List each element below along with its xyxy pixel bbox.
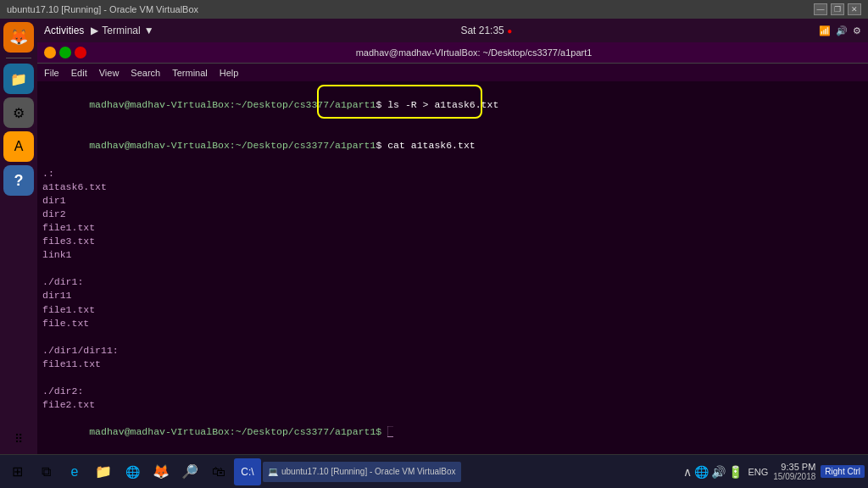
datetime-text: Sat 21:35 xyxy=(460,25,504,36)
tray-up-arrow[interactable]: ∧ xyxy=(683,465,692,479)
terminal-window: madhav@madhav-VIrtualBox: ~/Desktop/cs33… xyxy=(37,42,868,454)
output-file3: file3.txt xyxy=(42,235,863,248)
prompt-2: madhav@madhav-VIrtualBox:~/Desktop/cs337… xyxy=(89,140,376,151)
taskbar-store[interactable]: 🛍 xyxy=(205,458,232,485)
language-indicator[interactable]: ENG xyxy=(748,467,768,477)
taskbar-cmd[interactable]: C:\ xyxy=(234,458,261,485)
topbar-left: Activities ▶ Terminal ▼ xyxy=(44,25,154,36)
taskbar-right-area: ∧ 🌐 🔊 🔋 ENG 9:35 PM 15/09/2018 Right Ctr… xyxy=(683,462,865,481)
taskbar-explorer[interactable]: 📁 xyxy=(90,458,117,485)
power-icon: ⚙ xyxy=(853,25,861,36)
topbar-right-area: 📶 🔊 ⚙ xyxy=(819,25,861,36)
cursor: █ xyxy=(387,426,393,437)
taskbar-start-button[interactable]: ⊞ xyxy=(3,458,31,485)
vm-restore-button[interactable]: ❐ xyxy=(831,3,844,15)
unity-launcher: 🦊 📁 ⚙ A ? ⠿ xyxy=(0,19,37,454)
vm-minimize-button[interactable]: — xyxy=(814,3,827,15)
output-dir1dir11-header: ./dir1/dir11: xyxy=(42,344,863,358)
terminal-final-prompt: madhav@madhav-VIrtualBox:~/Desktop/cs337… xyxy=(42,412,863,452)
menu-file[interactable]: File xyxy=(44,68,59,78)
terminal-minimize-button[interactable] xyxy=(44,47,56,58)
taskbar-task-view[interactable]: ⧉ xyxy=(32,458,59,485)
output-blank3 xyxy=(42,371,863,385)
terminal-title: madhav@madhav-VIrtualBox: ~/Desktop/cs33… xyxy=(86,47,861,58)
output-dir11: dir11 xyxy=(42,289,863,302)
tray-volume-icon[interactable]: 🔊 xyxy=(711,465,726,479)
clock-area[interactable]: 9:35 PM 15/09/2018 xyxy=(773,462,815,481)
terminal-line-1: madhav@madhav-VIrtualBox:~/Desktop/cs337… xyxy=(42,85,863,125)
system-tray: ∧ 🌐 🔊 🔋 xyxy=(683,465,743,479)
activities-button[interactable]: Activities xyxy=(44,25,84,36)
output-link1: link1 xyxy=(42,248,863,262)
launcher-files[interactable]: 📁 xyxy=(3,64,34,94)
vm-titlebar: ubuntu17.10 [Running] - Oracle VM Virtua… xyxy=(0,0,868,19)
output-dir1-file: file.txt xyxy=(42,317,863,330)
output-dir1: dir1 xyxy=(42,194,863,208)
vm-taskbar-label: ubuntu17.10 [Running] - Oracle VM Virtua… xyxy=(281,467,456,476)
terminal-close-button[interactable] xyxy=(75,47,86,58)
notification-button[interactable]: Right Ctrl xyxy=(821,465,865,478)
output-file1: file1.txt xyxy=(42,221,863,235)
launcher-system[interactable]: ⚙ xyxy=(3,97,34,128)
windows-taskbar: ⊞ ⧉ e 📁 🌐 🦊 🔎 🛍 C:\ 💻 ubuntu17.10 [Runni… xyxy=(0,454,868,488)
volume-icon: 🔊 xyxy=(836,25,848,36)
output-dir1-file1: file1.txt xyxy=(42,303,863,317)
tray-network-icon[interactable]: 🌐 xyxy=(694,465,709,479)
launcher-apps-grid[interactable]: ⠿ xyxy=(3,424,34,454)
network-icon: 📶 xyxy=(819,25,831,36)
launcher-amazon[interactable]: A xyxy=(3,131,34,162)
cmd-2: $ cat a1task6.txt xyxy=(376,140,475,151)
topbar-terminal-label: ▶ Terminal ▼ xyxy=(91,25,153,36)
output-blank2 xyxy=(42,330,863,344)
menu-search[interactable]: Search xyxy=(131,68,160,78)
output-blank1 xyxy=(42,262,863,275)
terminal-text: Terminal xyxy=(102,25,140,36)
vm-taskbar-icon: 💻 xyxy=(268,467,278,476)
vm-window-controls: — ❐ ✕ xyxy=(814,3,861,15)
launcher-divider xyxy=(6,58,31,58)
vm-close-button[interactable]: ✕ xyxy=(848,3,861,15)
datetime-dot: ● xyxy=(507,26,512,36)
taskbar-edge[interactable]: e xyxy=(61,458,88,485)
taskbar-left-area: ⊞ ⧉ e 📁 🌐 🦊 🔎 🛍 C:\ 💻 ubuntu17.10 [Runni… xyxy=(3,458,461,485)
ubuntu-topbar: Activities ▶ Terminal ▼ Sat 21:35 ● 📶 🔊 … xyxy=(37,19,868,42)
terminal-wm-buttons xyxy=(44,47,86,58)
terminal-maximize-button[interactable] xyxy=(59,47,71,58)
clock-time: 9:35 PM xyxy=(773,462,815,472)
output-dir2: dir2 xyxy=(42,208,863,221)
output-dir1-header: ./dir1: xyxy=(42,275,863,289)
terminal-line-2: madhav@madhav-VIrtualBox:~/Desktop/cs337… xyxy=(42,125,863,166)
terminal-titlebar: madhav@madhav-VIrtualBox: ~/Desktop/cs33… xyxy=(37,42,868,63)
output-file11: file11.txt xyxy=(42,358,863,371)
terminal-dropdown-arrow[interactable]: ▼ xyxy=(144,25,154,36)
menu-terminal[interactable]: Terminal xyxy=(172,68,208,78)
taskbar-firefox-win[interactable]: 🦊 xyxy=(147,458,175,485)
terminal-menubar: File Edit View Search Terminal Help xyxy=(37,63,868,81)
menu-help[interactable]: Help xyxy=(220,68,239,78)
menu-edit[interactable]: Edit xyxy=(71,68,87,78)
cmd-1: $ ls -R > a1task6.txt xyxy=(376,99,498,110)
clock-date: 15/09/2018 xyxy=(773,472,815,481)
ubuntu-desktop: 🦊 📁 ⚙ A ? ⠿ Activities ▶ Terminal ▼ Sat … xyxy=(0,19,868,454)
vm-title: ubuntu17.10 [Running] - Oracle VM Virtua… xyxy=(7,4,198,14)
taskbar-vm-item[interactable]: 💻 ubuntu17.10 [Running] - Oracle VM Virt… xyxy=(263,462,461,482)
taskbar-chrome[interactable]: 🌐 xyxy=(119,458,146,485)
launcher-firefox[interactable]: 🦊 xyxy=(3,22,34,53)
output-dotcolon: .: xyxy=(42,167,863,180)
output-dir2-file2: file2.txt xyxy=(42,398,863,412)
terminal-content-area[interactable]: madhav@madhav-VIrtualBox:~/Desktop/cs337… xyxy=(37,81,868,454)
tray-battery-icon: 🔋 xyxy=(728,465,743,479)
output-a1task6: a1task6.txt xyxy=(42,180,863,194)
output-dir2-header: ./dir2: xyxy=(42,385,863,398)
launcher-help[interactable]: ? xyxy=(3,165,34,196)
final-prompt-text: madhav@madhav-VIrtualBox:~/Desktop/cs337… xyxy=(89,426,387,437)
taskbar-search[interactable]: 🔎 xyxy=(176,458,203,485)
topbar-datetime: Sat 21:35 ● xyxy=(460,25,512,36)
prompt-1: madhav@madhav-VIrtualBox:~/Desktop/cs337… xyxy=(89,99,376,110)
terminal-icon-small: ▶ xyxy=(91,25,98,36)
menu-view[interactable]: View xyxy=(99,68,120,78)
